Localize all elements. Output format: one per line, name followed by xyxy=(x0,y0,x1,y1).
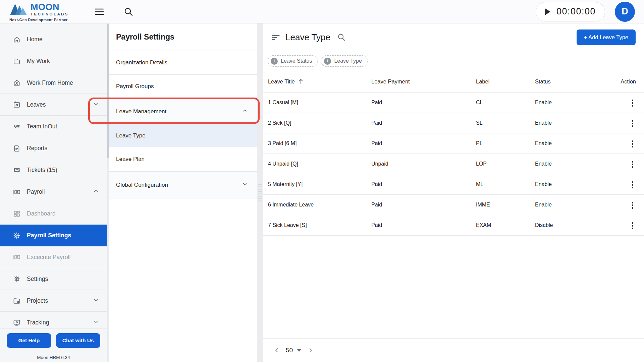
table-empty-space xyxy=(263,236,644,339)
table-row: 2 Sick [Q] Paid SL Enable xyxy=(263,113,644,133)
row-actions-kebab-icon[interactable] xyxy=(629,98,636,109)
sidebar-item-execute-payroll[interactable]: Excecute Payroll xyxy=(0,246,109,268)
panel-item-leave-type[interactable]: Leave Type xyxy=(109,124,257,147)
hamburger-menu-icon[interactable] xyxy=(94,7,104,17)
sidebar-item-home[interactable]: Home xyxy=(0,28,109,50)
cell-leave-payment: Unpaid xyxy=(371,154,476,174)
chevron-down-icon xyxy=(241,181,248,189)
panel-item-payroll-groups[interactable]: Payroll Groups xyxy=(109,75,257,99)
gear-icon xyxy=(13,275,21,283)
mountain-logo-icon xyxy=(9,2,28,16)
next-page-icon[interactable] xyxy=(307,347,314,354)
filter-list-icon[interactable] xyxy=(271,33,280,42)
sidebar-item-team-inout[interactable]: Team InOut xyxy=(0,116,109,137)
header-label[interactable]: Label xyxy=(476,71,535,92)
row-actions-kebab-icon[interactable] xyxy=(629,179,636,190)
add-leave-type-button[interactable]: + Add Leave Type xyxy=(577,29,636,45)
cell-label: PL xyxy=(476,133,535,154)
global-search-icon[interactable] xyxy=(123,7,133,17)
sidebar-item-payroll-settings[interactable]: Payroll Settings xyxy=(0,225,109,246)
team-icon xyxy=(13,123,21,131)
cell-leave-title: 3 Paid [6 M] xyxy=(263,133,371,154)
sidebar-item-work-from-home[interactable]: Work From Home xyxy=(0,72,109,94)
chevron-up-icon xyxy=(241,107,248,116)
briefcase-icon xyxy=(13,57,21,65)
sidebar-item-dashboard[interactable]: Dashboard xyxy=(0,203,109,225)
table-search-icon[interactable] xyxy=(337,33,346,42)
row-actions-kebab-icon[interactable] xyxy=(629,220,636,231)
cell-label: EXAM xyxy=(476,215,535,235)
panel-item-organization-details[interactable]: Organization Details xyxy=(109,51,257,75)
panel-item-global-configuration[interactable]: Global Configuration xyxy=(109,172,257,198)
sidebar-item-projects[interactable]: Projects xyxy=(0,290,109,312)
payroll-settings-panel: Payroll Settings Organization Details Pa… xyxy=(109,23,257,362)
logo-subtitle: TECHNOLABS xyxy=(31,12,69,16)
payroll-icon xyxy=(13,188,21,196)
chevron-down-icon xyxy=(93,318,99,327)
sidebar-item-leaves[interactable]: Leaves xyxy=(0,94,109,116)
main-content: Leave Type + Add Leave Type + Leave Stat… xyxy=(263,23,644,362)
table-row: 3 Paid [6 M] Paid PL Enable xyxy=(263,133,644,154)
app-version: Moon HRM 6.34 xyxy=(0,353,107,362)
row-actions-kebab-icon[interactable] xyxy=(629,118,636,129)
page-title: Leave Type xyxy=(285,32,330,43)
header-action: Action xyxy=(605,71,644,92)
panel-item-leave-management[interactable]: Leave Management xyxy=(109,99,257,124)
panel-resizer[interactable] xyxy=(257,23,263,362)
cell-status: Enable xyxy=(535,113,605,133)
cell-leave-payment: Paid xyxy=(371,215,476,235)
sidebar-nav: Home My Work Work From Home Leaves Team … xyxy=(0,23,109,362)
table-header-row: Leave Title Leave Payment Label Status A… xyxy=(263,71,644,92)
plus-circle-icon: + xyxy=(271,58,278,65)
filter-chip-leave-type[interactable]: + Leave Type xyxy=(321,55,367,67)
execute-payroll-icon xyxy=(13,253,21,261)
cell-status: Enable xyxy=(535,133,605,154)
header-leave-payment[interactable]: Leave Payment xyxy=(371,71,476,92)
cell-leave-title: 6 Immediate Leave xyxy=(263,194,371,215)
page-size-select[interactable]: 50 xyxy=(286,347,302,354)
cell-leave-payment: Paid xyxy=(371,133,476,154)
cell-status: Enable xyxy=(535,92,605,113)
cell-leave-title: 1 Casual [M] xyxy=(263,92,371,113)
table-row: 1 Casual [M] Paid CL Enable xyxy=(263,92,644,113)
sidebar-item-tickets[interactable]: Tickets (15) xyxy=(0,159,109,181)
chevron-down-icon xyxy=(93,101,99,109)
table-row: 6 Immediate Leave Paid IMME Enable xyxy=(263,194,644,215)
logo-tagline: Next-Gen Development Partner xyxy=(9,18,69,22)
row-actions-kebab-icon[interactable] xyxy=(629,138,636,149)
previous-page-icon[interactable] xyxy=(273,347,280,354)
time-tracker[interactable]: 00:00:00 xyxy=(536,2,605,21)
scrollbar-thumb[interactable] xyxy=(107,24,109,158)
page-size-value: 50 xyxy=(286,347,293,354)
sidebar-item-settings[interactable]: Settings xyxy=(0,268,109,290)
row-actions-kebab-icon[interactable] xyxy=(629,200,636,211)
calendar-leave-icon xyxy=(13,101,21,109)
header-status[interactable]: Status xyxy=(535,71,605,92)
table-row: 7 Sick Leave [S] Paid EXAM Disable xyxy=(263,215,644,235)
play-icon[interactable] xyxy=(545,8,550,15)
sidebar-scrollbar[interactable] xyxy=(107,23,109,362)
logo-title: MOON xyxy=(31,3,69,12)
tracking-monitor-icon xyxy=(13,319,21,327)
header-leave-title[interactable]: Leave Title xyxy=(263,71,371,92)
company-logo: MOON TECHNOLABS Next-Gen Development Par… xyxy=(9,2,69,22)
cell-label: ML xyxy=(476,174,535,194)
report-document-icon xyxy=(13,144,21,153)
get-help-button[interactable]: Get Help xyxy=(7,333,51,348)
chat-with-us-button[interactable]: Chat with Us xyxy=(56,333,101,348)
panel-item-leave-plan[interactable]: Leave Plan xyxy=(109,147,257,172)
gear-icon xyxy=(13,232,21,240)
sort-ascending-icon xyxy=(298,78,304,84)
main-header: Leave Type + Add Leave Type xyxy=(263,23,644,51)
row-actions-kebab-icon[interactable] xyxy=(629,159,636,170)
cell-leave-payment: Paid xyxy=(371,113,476,133)
sidebar-item-payroll[interactable]: Payroll xyxy=(0,181,109,203)
cell-leave-payment: Paid xyxy=(371,174,476,194)
user-avatar[interactable]: D xyxy=(615,2,635,22)
leave-type-table: Leave Title Leave Payment Label Status A… xyxy=(263,71,644,236)
filter-chip-leave-status[interactable]: + Leave Status xyxy=(268,55,318,67)
projects-folder-icon xyxy=(13,297,21,305)
sidebar-item-my-work[interactable]: My Work xyxy=(0,50,109,72)
resizer-grip-icon[interactable] xyxy=(259,184,262,203)
sidebar-item-reports[interactable]: Reports xyxy=(0,137,109,159)
